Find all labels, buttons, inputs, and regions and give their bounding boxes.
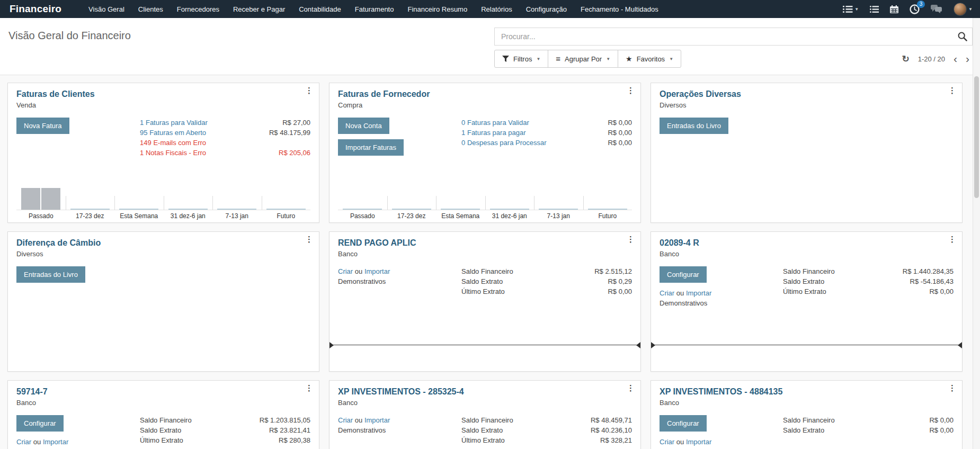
- menu-visao-geral[interactable]: Visão Geral: [82, 1, 131, 18]
- card-faturas-de-clientes: ⋮ Faturas de Clientes Venda Nova Fatura …: [7, 83, 319, 223]
- importar-faturas-button[interactable]: Importar Faturas: [338, 139, 404, 156]
- card-title[interactable]: XP INVESTIMENTOS - 285325-4: [338, 387, 464, 397]
- messages-icon[interactable]: [931, 5, 942, 13]
- card-title[interactable]: XP INVESTIMENTOS - 4884135: [660, 387, 782, 397]
- resize-divider[interactable]: [651, 345, 962, 345]
- importar-link[interactable]: Importar: [686, 289, 711, 297]
- pager-previous-icon[interactable]: ‹: [954, 53, 957, 64]
- kebab-menu-icon[interactable]: ⋮: [305, 87, 313, 94]
- kebab-menu-icon[interactable]: ⋮: [627, 87, 635, 94]
- list-view-icon[interactable]: [870, 6, 879, 13]
- kpi-link[interactable]: 0 Faturas para Validar: [461, 118, 529, 128]
- kpi-row: 1 Faturas para pagar R$ 0,00: [461, 128, 632, 138]
- chat-bubbles-icon: [931, 5, 942, 13]
- stat-row: Saldo Extrato R$ -54.186,43: [783, 276, 954, 286]
- entradas-do-livro-button[interactable]: Entradas do Livro: [660, 118, 728, 134]
- menu-contabilidade[interactable]: Contabilidade: [292, 1, 348, 18]
- scrollbar-thumb[interactable]: [974, 76, 979, 198]
- menu-clientes[interactable]: Clientes: [131, 1, 170, 18]
- importar-link[interactable]: Importar: [364, 267, 390, 275]
- card-title[interactable]: 59714-7: [16, 387, 48, 397]
- kpi-link[interactable]: 1 Faturas para pagar: [461, 128, 525, 138]
- activity-filter-icon[interactable]: ▼: [843, 6, 859, 13]
- vertical-scrollbar[interactable]: [973, 18, 980, 449]
- configurar-button[interactable]: Configurar: [660, 266, 707, 283]
- kpi-link[interactable]: 95 Faturas em Aberto: [140, 128, 206, 138]
- configurar-button[interactable]: Configurar: [660, 415, 707, 432]
- resize-divider[interactable]: [329, 345, 640, 345]
- top-navbar: Financeiro Visão Geral Clientes Forneced…: [0, 0, 980, 18]
- card-title[interactable]: Faturas de Fornecedor: [338, 89, 430, 99]
- search-input[interactable]: [495, 32, 953, 41]
- create-import-line: Criar ou Importar: [338, 266, 461, 276]
- card-title[interactable]: Operações Diversas: [660, 89, 741, 99]
- search-icon[interactable]: [953, 32, 972, 41]
- app-brand[interactable]: Financeiro: [10, 3, 61, 15]
- kpi-link[interactable]: 1 Notas Fiscais - Erro: [140, 148, 206, 158]
- nova-conta-button[interactable]: Nova Conta: [338, 118, 389, 134]
- kpi-link[interactable]: 1 Faturas para Validar: [140, 118, 208, 128]
- stat-row: Último Extrato R$ 280,38: [140, 435, 310, 445]
- resize-handle-right-icon: [636, 342, 640, 348]
- card-title[interactable]: Diferença de Câmbio: [16, 238, 101, 248]
- activity-clock-icon[interactable]: 3: [910, 4, 920, 14]
- menu-configuracao[interactable]: Configuração: [519, 1, 574, 18]
- kebab-menu-icon[interactable]: ⋮: [948, 236, 956, 243]
- menu-fornecedores[interactable]: Fornecedores: [170, 1, 226, 18]
- importar-link[interactable]: Importar: [686, 438, 711, 446]
- group-by-button[interactable]: ≡ Agrupar Por ▼: [548, 50, 618, 68]
- filters-button[interactable]: Filtros ▼: [494, 50, 548, 68]
- user-menu[interactable]: ▼: [954, 3, 973, 16]
- refresh-icon[interactable]: ↻: [902, 53, 909, 65]
- menu-receber-e-pagar[interactable]: Receber e Pagar: [226, 1, 292, 18]
- kebab-menu-icon[interactable]: ⋮: [305, 384, 313, 392]
- importar-link[interactable]: Importar: [43, 438, 68, 446]
- nova-fatura-button[interactable]: Nova Fatura: [16, 118, 69, 134]
- kebab-menu-icon[interactable]: ⋮: [948, 87, 956, 94]
- kpi-link[interactable]: 0 Despesas para Processar: [461, 138, 546, 148]
- kpi-row-error: 1 Notas Fiscais - Erro R$ 205,06: [140, 148, 310, 158]
- card-title[interactable]: REND PAGO APLIC: [338, 238, 416, 248]
- kebab-menu-icon[interactable]: ⋮: [627, 384, 635, 392]
- card-title[interactable]: Faturas de Clientes: [16, 89, 95, 99]
- configurar-button[interactable]: Configurar: [16, 415, 64, 432]
- card-02089-4-r: ⋮ 02089-4 R Banco Configurar Criar ou Im…: [651, 231, 963, 372]
- kebab-menu-icon[interactable]: ⋮: [305, 236, 313, 243]
- calendar-icon[interactable]: [890, 5, 898, 13]
- demonstrativos-link[interactable]: Demonstrativos: [338, 425, 461, 435]
- card-title[interactable]: 02089-4 R: [660, 238, 699, 248]
- kebab-menu-icon[interactable]: ⋮: [627, 236, 635, 243]
- card-xp-investimentos-4884135: ⋮ XP INVESTIMENTOS - 4884135 Banco Confi…: [651, 380, 963, 449]
- kebab-menu-icon[interactable]: ⋮: [948, 384, 956, 392]
- demonstrativos-link[interactable]: Demonstrativos: [338, 276, 461, 286]
- pager: ↻ 1-20 / 20 ‹ ›: [902, 50, 969, 68]
- menu-relatorios[interactable]: Relatórios: [474, 1, 519, 18]
- search-toolbar: Filtros ▼ ≡ Agrupar Por ▼ ★ Favoritos ▼: [494, 50, 681, 68]
- criar-link[interactable]: Criar: [338, 416, 353, 424]
- stat-row: Saldo Extrato R$ 23.821,41: [140, 425, 310, 435]
- favorites-button[interactable]: ★ Favoritos ▼: [618, 50, 681, 68]
- kpi-row: 0 Faturas para Validar R$ 0,00: [461, 118, 632, 128]
- importar-link[interactable]: Importar: [364, 416, 390, 424]
- kpi-row: 1 Faturas para Validar R$ 27,00: [140, 118, 310, 128]
- menu-faturamento[interactable]: Faturamento: [348, 1, 401, 18]
- kpi-link[interactable]: 149 E-mails com Erro: [140, 138, 206, 148]
- stat-row: Saldo Financeiro R$ 1.440.284,35: [783, 266, 954, 276]
- menu-financeiro-resumo[interactable]: Financeiro Resumo: [400, 1, 474, 18]
- create-import-line: Criar ou Importar: [660, 288, 783, 298]
- card-subtitle: Venda: [16, 101, 310, 109]
- entradas-do-livro-button[interactable]: Entradas do Livro: [16, 266, 85, 283]
- mini-bar-chart: Passado17-23 dez Esta Semana31 dez-6 jan…: [16, 188, 310, 221]
- card-operacoes-diversas: ⋮ Operações Diversas Diversos Entradas d…: [651, 83, 963, 223]
- stat-row: Saldo Financeiro R$ 2.515,12: [461, 266, 632, 276]
- menu-fechamento-multidados[interactable]: Fechamento - Multidados: [574, 1, 665, 18]
- chevron-down-icon: ▼: [606, 57, 610, 61]
- create-import-line: Criar ou Importar: [16, 437, 140, 447]
- criar-link[interactable]: Criar: [16, 438, 31, 446]
- pager-next-icon[interactable]: ›: [966, 53, 969, 64]
- criar-link[interactable]: Criar: [338, 267, 353, 275]
- criar-link[interactable]: Criar: [660, 289, 674, 297]
- criar-link[interactable]: Criar: [660, 438, 674, 446]
- demonstrativos-link[interactable]: Demonstrativos: [660, 298, 783, 308]
- group-by-icon: ≡: [556, 56, 560, 61]
